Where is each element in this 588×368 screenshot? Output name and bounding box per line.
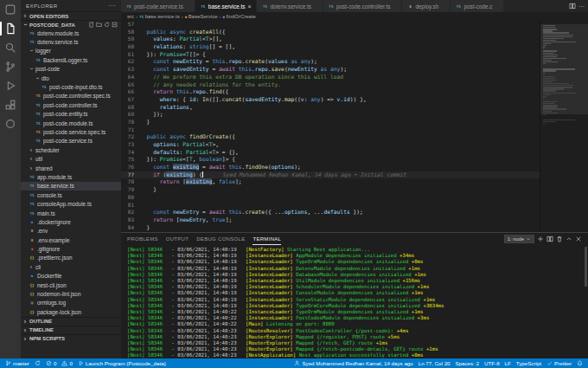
tab-post-code-controller-ts[interactable]: TSpost-code.controller.ts	[323, 0, 403, 12]
tree-item-post-code-controller-spec-ts[interactable]: TSpost-code.controller.spec.ts	[21, 92, 121, 100]
refresh-icon[interactable]	[104, 22, 110, 28]
kill-terminal-icon[interactable]	[556, 236, 563, 242]
status-cursor-position[interactable]: Ln 77, Col 20	[416, 360, 453, 366]
close-panel-icon[interactable]	[575, 236, 582, 242]
line-number[interactable]: 58	[121, 29, 140, 36]
close-icon[interactable]: ×	[246, 3, 252, 10]
outline-section[interactable]: › OUTLINE	[21, 317, 121, 326]
status-problems-errors[interactable]: 0	[43, 360, 59, 366]
line-number[interactable]: 79	[121, 186, 140, 194]
tree-item-package-lock-json[interactable]: {}package-lock.json	[21, 307, 121, 316]
line-number[interactable]: 64	[121, 74, 140, 81]
collapse-all-icon[interactable]	[112, 22, 118, 28]
tree-item-nodemon-lint-json[interactable]: {}nodemon-lint.json	[21, 289, 121, 298]
tree-item-post-code-service-ts[interactable]: TSpost-code.service.ts	[21, 137, 121, 145]
line-number[interactable]: 75	[121, 156, 140, 164]
breadcrumb-item-base-service-ts[interactable]: TSbase.service.ts	[139, 14, 180, 19]
tree-item-nest-cli-json[interactable]: {}nest-cli.json	[21, 281, 121, 289]
line-number[interactable]: 74	[121, 149, 140, 157]
split-terminal-icon[interactable]	[546, 236, 553, 242]
search-button[interactable]	[0, 38, 21, 57]
line-number[interactable]: 69	[121, 111, 140, 119]
extensions-button[interactable]	[0, 95, 21, 114]
line-number[interactable]: 59	[121, 36, 140, 43]
breadcrumb-item-src[interactable]: src	[127, 14, 134, 19]
line-number[interactable]: 76	[121, 164, 140, 171]
status-eol[interactable]: LF	[502, 360, 514, 366]
project-section[interactable]: › POSTCODE_DATA	[21, 20, 121, 29]
status-launch-config[interactable]: Launch Program (Postcode_data)	[75, 360, 169, 366]
line-number[interactable]: 73	[121, 141, 140, 149]
line-number[interactable]: 65	[121, 81, 140, 89]
tree-item-console-ts[interactable]: TSconsole.ts	[21, 190, 121, 199]
line-number[interactable]: 62	[121, 58, 140, 66]
tree-item-post-code[interactable]: ›post-code	[21, 65, 121, 74]
line-number[interactable]: 84	[121, 224, 140, 232]
line-number[interactable]: 80	[121, 194, 140, 202]
line-number[interactable]: 60	[121, 43, 140, 51]
line-number[interactable]: 67	[121, 96, 140, 104]
tab-post-code-c[interactable]: TSpost-code.c	[451, 0, 504, 12]
tree-item-app-module-ts[interactable]: TSapp.module.ts	[21, 172, 121, 181]
line-number[interactable]: 72	[121, 133, 140, 141]
panel-tab-debug-console[interactable]: DEBUG CONSOLE	[196, 233, 245, 245]
tree-item-dotenv-service-ts[interactable]: TSdotenv.service.ts	[21, 37, 121, 46]
explorer-button[interactable]	[0, 19, 21, 38]
tree-item-post-code-controller-ts[interactable]: TSpost-code.controller.ts	[21, 100, 121, 109]
breadcrumb-item-baseservice[interactable]: ◆BaseService	[185, 14, 218, 19]
status-problems-warnings[interactable]: 0	[59, 360, 74, 366]
line-number[interactable]: 57	[121, 21, 140, 29]
tree-item-logger[interactable]: ›logger	[21, 47, 121, 55]
line-number[interactable]: 71	[121, 126, 140, 134]
tab-dotenv-service-ts[interactable]: TSdotenv.service.ts	[257, 0, 323, 12]
tree-item-util[interactable]: ›util	[21, 154, 121, 163]
tab-base-service-ts[interactable]: TSbase.service.ts×	[195, 0, 258, 12]
breadcrumb-item-findorcreate[interactable]: ◆findOrCreate	[223, 14, 256, 19]
line-number[interactable]: 82	[121, 209, 140, 216]
tree-item-post-code-service-spec-ts[interactable]: TSpost-code.service.spec.ts	[21, 127, 121, 136]
panel-tab-problems[interactable]: PROBLEMS	[127, 233, 158, 245]
tree-item-prettierrc-json[interactable]: {}.prettierrc.json	[21, 254, 121, 262]
open-editors-section[interactable]: › OPEN EDITORS	[21, 11, 121, 20]
line-number[interactable]: 68	[121, 104, 140, 112]
status-gitlens-blame[interactable]: Syed Mohammed Redhan Kamal, 14 days ago	[291, 360, 415, 366]
status-language-mode[interactable]: TypeScript	[514, 360, 544, 366]
status-indentation[interactable]: Spaces: 2	[453, 360, 483, 366]
tree-item-consoleapp-module-ts[interactable]: TSconsoleApp.module.ts	[21, 199, 121, 208]
panel-tab-terminal[interactable]: TERMINAL	[252, 233, 281, 245]
minimap[interactable]	[540, 21, 588, 232]
panel-tab-output[interactable]: OUTPUT	[166, 233, 189, 245]
tree-item-env[interactable]: ≡.env	[21, 227, 121, 236]
terminal-scrollbar[interactable]	[585, 247, 587, 287]
terminal-selector[interactable]: 1: node	[504, 235, 534, 243]
line-number[interactable]: 63	[121, 66, 140, 74]
status-notifications[interactable]	[574, 360, 585, 366]
tree-item-shared[interactable]: ›shared	[21, 164, 121, 172]
tree-item-dto[interactable]: ›dto	[21, 74, 121, 82]
new-terminal-icon[interactable]	[537, 236, 544, 242]
tree-item-dockerfile[interactable]: ◆Dockerfile	[21, 272, 121, 281]
tree-item-base-service-ts[interactable]: TSbase.service.ts	[21, 182, 121, 190]
terminal-output[interactable]: [Nest] 58346 - 03/06/2021, 14:40:19 [Nes…	[121, 245, 588, 359]
tree-item-env-example[interactable]: ≡.env.example	[21, 236, 121, 244]
tree-item-backendlogger-ts[interactable]: TSBackendLogger.ts	[21, 55, 121, 64]
tree-item-post-code-input-dto-ts[interactable]: TSpost-code-input.dto.ts	[21, 82, 121, 91]
tree-item-dotenv-module-ts[interactable]: TSdotenv.module.ts	[21, 29, 121, 37]
run-debug-button[interactable]	[0, 76, 21, 95]
timeline-section[interactable]: › TIMELINE	[21, 326, 121, 334]
npm-scripts-section[interactable]: › NPM SCRIPTS	[21, 334, 121, 343]
tree-item-scheduler[interactable]: ›scheduler	[21, 145, 121, 154]
line-number[interactable]: 78	[121, 178, 140, 186]
new-folder-icon[interactable]	[96, 22, 102, 28]
source-control-button[interactable]	[0, 57, 21, 76]
split-editor-icon[interactable]	[569, 3, 576, 10]
status-formatter[interactable]: Prettier	[544, 360, 574, 366]
remote-button[interactable]	[0, 114, 21, 133]
tree-item-post-code-module-ts[interactable]: TSpost-code.module.ts	[21, 119, 121, 127]
tree-item-dockerignore[interactable]: ◆.dockerignore	[21, 217, 121, 226]
line-number[interactable]: 83	[121, 216, 140, 224]
tree-item-gitignore[interactable]: ◆.gitignore	[21, 244, 121, 253]
line-number[interactable]: 70	[121, 119, 140, 126]
line-number[interactable]: 77	[121, 171, 140, 179]
status-sync[interactable]	[32, 360, 43, 366]
